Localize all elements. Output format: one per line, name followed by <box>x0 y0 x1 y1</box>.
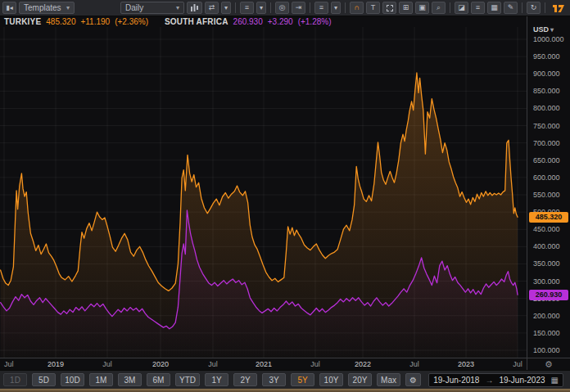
range-button-1y[interactable]: 1Y <box>205 373 228 386</box>
south-africa-last-value: 260.930 <box>233 17 263 26</box>
toolbar-separator <box>345 2 346 13</box>
toolbar-separator <box>235 2 236 13</box>
range-button-3y[interactable]: 3Y <box>262 373 286 386</box>
time-tick-label-jul: Jul <box>409 360 419 368</box>
turkiye-area-fill <box>1 73 518 358</box>
turkiye-last-value: 485.320 <box>46 17 75 26</box>
price-tick-label: 950.000 <box>533 52 560 61</box>
toolbar-separator <box>545 2 545 13</box>
toolbar-icon-groups: ⇄▾≡▾◎⇥≡▾∩T⊞▣⌕◪≡▦✎↻ <box>187 2 541 14</box>
time-tick-label-2023: 2023 <box>458 360 474 368</box>
turkiye-change-pct: (+2.36%) <box>115 17 148 26</box>
price-tick-label: 750.000 <box>533 122 560 130</box>
price-tick-label: 300.000 <box>533 277 560 286</box>
time-axis[interactable]: Jul2019Jul2020Jul2021Jul2022Jul2023Jul <box>0 358 527 370</box>
price-tick-label: 700.000 <box>533 139 560 147</box>
time-tick-label-2020: 2020 <box>152 360 169 368</box>
range-button-20y[interactable]: 20Y <box>348 373 372 386</box>
menu-icon[interactable]: ≡ <box>471 2 485 14</box>
range-button-1m[interactable]: 1M <box>89 373 113 386</box>
legend-series-turkiye[interactable]: TURKIYE <box>4 17 41 26</box>
magnet-icon[interactable]: ∩ <box>350 2 364 14</box>
date-to: 19-Jun-2023 <box>499 376 545 385</box>
legend-series-south-africa[interactable]: SOUTH AFRICA <box>165 17 228 26</box>
price-chart-canvas[interactable] <box>0 27 527 358</box>
collapse-panel-icon[interactable]: ▮◂ <box>2 2 16 14</box>
range-button-1d[interactable]: 1D <box>3 373 27 386</box>
price-tick-label: 450.000 <box>533 225 560 233</box>
price-tick-label: 650.000 <box>533 156 560 164</box>
selection-box-icon[interactable] <box>382 2 396 14</box>
axis-settings-gear-icon[interactable]: ⚙ <box>527 358 570 370</box>
range-button-5y[interactable]: 5Y <box>291 373 314 386</box>
date-range-picker[interactable]: 19-Jun-2018 → 19-Jun-2023 ▦ <box>428 373 563 387</box>
currency-label: USD <box>533 25 549 34</box>
toolbar-separator <box>450 2 450 13</box>
layers-icon[interactable]: ≡ <box>314 2 328 14</box>
toolbar-separator <box>270 2 271 13</box>
zoom-icon[interactable]: ⌕ <box>432 2 446 14</box>
time-tick-label-jul: Jul <box>513 360 522 368</box>
price-tick-label: 850.000 <box>533 87 560 95</box>
time-tick-label-jul: Jul <box>102 360 112 368</box>
window-bottom-edge <box>0 389 570 392</box>
time-tick-label-jul: Jul <box>310 360 320 368</box>
range-button-5d[interactable]: 5D <box>32 373 56 386</box>
range-button-10y[interactable]: 10Y <box>319 373 343 386</box>
layout-grid-icon[interactable]: ⊞ <box>399 2 413 14</box>
range-button-10d[interactable]: 10D <box>61 373 84 386</box>
interval-select[interactable]: Daily ▾ <box>120 2 184 14</box>
chevron-down-icon: ▾ <box>550 26 554 34</box>
area-chart-icon[interactable]: ◪ <box>455 2 468 14</box>
chevron-down-icon: ▾ <box>66 5 70 11</box>
chart-plot-area[interactable] <box>0 27 527 358</box>
time-tick-label-jul: Jul <box>4 360 14 368</box>
south-africa-change-pct: (+1.28%) <box>298 17 332 26</box>
range-settings-gear-icon[interactable]: ⚙ <box>405 373 421 386</box>
turkiye-price-badge: 485.320 <box>529 212 568 223</box>
price-axis[interactable]: USD▾ 1000.000950.000900.000850.000800.00… <box>527 16 570 358</box>
time-tick-label-2022: 2022 <box>355 360 371 368</box>
date-from: 19-Jun-2018 <box>433 376 479 385</box>
price-tick-label: 1000.000 <box>533 35 564 43</box>
chart-legend: TURKIYE 485.320 +11.190 (+2.36%) SOUTH A… <box>0 16 527 27</box>
price-tick-label: 600.000 <box>533 173 560 182</box>
range-button-2y[interactable]: 2Y <box>233 373 257 386</box>
chevron-down-icon[interactable]: ▾ <box>221 2 231 14</box>
south-africa-change: +3.290 <box>268 17 293 26</box>
bottom-toolbar: 1D5D10D1M3M6MYTD1Y2Y3Y5Y10Y20YMax ⚙ 19-J… <box>0 370 570 389</box>
range-button-6m[interactable]: 6M <box>147 373 170 386</box>
toolbar-separator <box>522 2 522 13</box>
price-tick-label: 900.000 <box>533 70 560 78</box>
chart-style-icon[interactable] <box>187 2 202 14</box>
range-button-3m[interactable]: 3M <box>118 373 142 386</box>
camera-icon[interactable]: ▣ <box>415 2 429 14</box>
date-range-arrow-icon: → <box>485 376 493 385</box>
edit-icon[interactable]: ✎ <box>504 2 518 14</box>
refresh-icon[interactable]: ↻ <box>527 2 541 14</box>
compare-icon[interactable]: ⇄ <box>205 2 219 14</box>
chevron-down-icon: ▾ <box>176 5 179 11</box>
price-tick-label: 800.000 <box>533 104 560 112</box>
tradingview-logo-icon[interactable] <box>550 2 568 14</box>
range-button-ytd[interactable]: YTD <box>175 373 200 386</box>
pop-out-icon[interactable]: ⇥ <box>292 2 305 14</box>
chart-application-window: ▮◂ Templates ▾ Daily ▾ ⇄▾≡▾◎⇥≡▾∩T⊞▣⌕◪≡▦✎… <box>0 0 570 392</box>
top-toolbar: ▮◂ Templates ▾ Daily ▾ ⇄▾≡▾◎⇥≡▾∩T⊞▣⌕◪≡▦✎… <box>0 0 570 16</box>
text-tool-icon[interactable]: T <box>366 2 380 14</box>
chevron-down-icon[interactable]: ▾ <box>331 2 341 14</box>
chevron-down-icon[interactable]: ▾ <box>256 2 266 14</box>
templates-button[interactable]: Templates ▾ <box>19 2 75 14</box>
time-tick-label-jul: Jul <box>208 360 218 368</box>
range-button-max[interactable]: Max <box>377 373 400 386</box>
alert-circle-icon[interactable]: ◎ <box>275 2 289 14</box>
price-tick-label: 200.000 <box>533 312 560 320</box>
save-icon[interactable]: ▦ <box>487 2 501 14</box>
time-tick-label-2021: 2021 <box>256 360 272 368</box>
price-tick-label: 550.000 <box>533 191 560 199</box>
price-tick-label: 400.000 <box>533 242 560 250</box>
templates-label: Templates <box>24 4 61 12</box>
price-axis-currency[interactable]: USD▾ <box>533 25 554 34</box>
indicators-list-icon[interactable]: ≡ <box>240 2 254 14</box>
range-buttons: 1D5D10D1M3M6MYTD1Y2Y3Y5Y10Y20YMax <box>3 373 400 386</box>
